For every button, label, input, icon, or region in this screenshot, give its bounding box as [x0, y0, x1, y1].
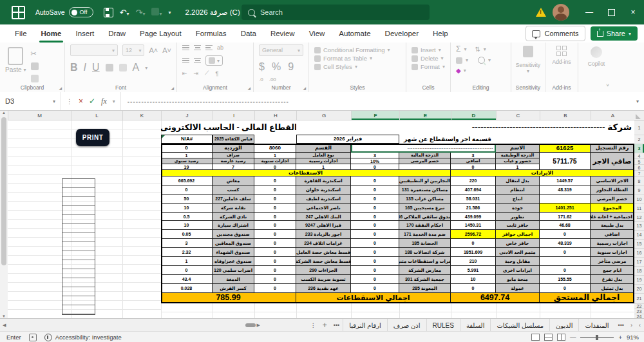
- addins-button[interactable]: Add-ins: [545, 46, 578, 65]
- cell-D10[interactable]: 58.031: [451, 195, 496, 204]
- name-box[interactable]: D3▾: [0, 92, 61, 110]
- cell-H6[interactable]: 0: [254, 164, 296, 170]
- ribbon-tab-file[interactable]: File: [8, 24, 34, 43]
- cell-I10[interactable]: سلف عاملين227: [213, 195, 254, 204]
- autosave-control[interactable]: AutoSave Off: [35, 7, 93, 17]
- cell-C5[interactable]: حضور و غياب: [496, 158, 540, 164]
- cell-E12[interactable]: صندوق سائقي الملاكي 166: [399, 213, 451, 222]
- copilot-button[interactable]: Copilot: [578, 46, 614, 67]
- fill-color-icon[interactable]: [119, 64, 127, 71]
- ribbon-tab-draw[interactable]: Draw: [101, 24, 133, 43]
- autosave-toggle[interactable]: Off: [69, 7, 93, 17]
- vertical-scroll-thumb[interactable]: [1, 117, 6, 265]
- cell-E9[interactable]: مساكن مستعمرة 131: [399, 185, 451, 195]
- print-button[interactable]: PRINT: [76, 129, 109, 146]
- row-header-3[interactable]: 3: [634, 144, 644, 153]
- column-header-I[interactable]: I: [213, 111, 254, 120]
- cell-H13[interactable]: 0: [254, 221, 296, 230]
- row-header-14[interactable]: 14: [634, 231, 644, 240]
- cell-A8[interactable]: الاجر الاساسي: [591, 176, 634, 185]
- format-painter-icon[interactable]: [31, 75, 39, 82]
- confirm-entry-button[interactable]: ✓: [89, 97, 95, 106]
- sheet-tab-الديون[interactable]: الديون: [549, 319, 578, 332]
- cell-H4[interactable]: 1: [254, 153, 296, 158]
- cell-B18[interactable]: 0: [540, 266, 591, 275]
- ribbon-tab-review[interactable]: Review: [263, 24, 302, 43]
- sort-filter-icon[interactable]: ⇅: [475, 46, 480, 53]
- row-header-6[interactable]: 6: [634, 165, 644, 171]
- cell-G15[interactable]: غرامات اتلاف 234: [296, 239, 351, 248]
- ribbon-tab-formulas[interactable]: Formulas: [189, 24, 234, 43]
- cell-D5[interactable]: اضافي: [451, 158, 496, 164]
- column-header-B[interactable]: B: [540, 111, 591, 120]
- share-button[interactable]: Share ▾: [591, 26, 638, 41]
- row-header-19[interactable]: 19: [634, 276, 644, 285]
- cell-I17[interactable]: صندوق عجز/وفاه: [213, 257, 254, 266]
- column-header-F[interactable]: F: [351, 111, 399, 120]
- cell-C15[interactable]: حافز خاص: [496, 239, 540, 248]
- cell-A17[interactable]: مرضي متأخر: [591, 257, 634, 266]
- minimize-button[interactable]: —: [578, 0, 600, 24]
- cell-H19[interactable]: 0: [254, 275, 296, 284]
- cell-D15[interactable]: 0: [451, 239, 496, 248]
- cell-G5[interactable]: اجازات رسمية: [296, 158, 351, 164]
- cell-J4[interactable]: 1: [161, 153, 213, 158]
- alignment-dialog-launcher[interactable]: ◢: [247, 86, 251, 90]
- cell-H15[interactable]: 0: [254, 239, 296, 248]
- column-header-M[interactable]: M: [8, 111, 71, 120]
- zoom-out-icon[interactable]: —: [570, 334, 576, 341]
- row-header-21[interactable]: 21: [634, 294, 644, 304]
- cell-E6[interactable]: [399, 164, 451, 170]
- cell-F2[interactable]: فبراير 2026: [296, 135, 399, 144]
- zoom-slider[interactable]: [580, 337, 614, 338]
- ribbon-tab-home[interactable]: Home: [34, 24, 69, 43]
- formula-bar-expand-chevron[interactable]: ▾: [631, 99, 644, 104]
- cell-D13[interactable]: 1450.31: [451, 221, 496, 230]
- cell-B14[interactable]: 0: [540, 230, 591, 239]
- cell-J20[interactable]: 0.028: [161, 284, 213, 293]
- scroll-up-icon[interactable]: ▲: [2, 111, 6, 115]
- cell-G17[interactable]: قسط معاش حصة الشركة: [296, 257, 351, 266]
- cell-F13[interactable]: 0: [351, 221, 399, 230]
- cell-D9[interactable]: 407.694: [451, 185, 496, 195]
- column-header-K[interactable]: K: [122, 111, 161, 120]
- tab-more-right[interactable]: •••: [615, 319, 627, 332]
- cell-A10[interactable]: خصم المرضي: [591, 195, 634, 204]
- save-icon[interactable]: [104, 8, 113, 17]
- row-header-1[interactable]: 1: [634, 121, 644, 135]
- cell-B11[interactable]: 1401.251: [540, 204, 591, 213]
- font-dialog-launcher[interactable]: ◢: [171, 86, 174, 90]
- cell-G6[interactable]: 1: [296, 164, 351, 170]
- cell-C13[interactable]: حافز ثابت: [496, 221, 540, 230]
- cell-D4[interactable]: 3: [451, 153, 496, 158]
- warning-icon[interactable]: [536, 8, 546, 17]
- row-header-17[interactable]: 17: [634, 258, 644, 267]
- cell-E20[interactable]: المعونة 285: [399, 284, 451, 293]
- cell-D12[interactable]: 439.099: [451, 213, 496, 222]
- cell-H5[interactable]: اجازات سنوية: [254, 158, 296, 164]
- paste-button[interactable]: Paste▾: [5, 44, 26, 73]
- cell-H18[interactable]: 0: [254, 266, 296, 275]
- cell-J16[interactable]: 2.32: [161, 248, 213, 257]
- cell-I2[interactable]: قياس الكفاءة 2025: [213, 135, 254, 144]
- cell-C4[interactable]: الدرجة الوظيفية: [496, 153, 540, 158]
- ribbon-collapse-chevron[interactable]: ˅: [606, 82, 609, 88]
- cell-C16[interactable]: متمم الحد الادني: [496, 248, 540, 257]
- row-header-13[interactable]: 13: [634, 222, 644, 231]
- cell-H21[interactable]: 785.99: [161, 293, 296, 303]
- cell-B19[interactable]: 155.55: [540, 275, 591, 284]
- cell-C9[interactable]: انتظام: [496, 185, 540, 195]
- row-header-18[interactable]: 18: [634, 267, 644, 276]
- cancel-entry-button[interactable]: ×: [79, 97, 83, 106]
- italic-button[interactable]: I: [84, 62, 86, 73]
- cell-A3[interactable]: رقم التسجيل: [591, 144, 634, 153]
- new-sheet-button[interactable]: +: [319, 319, 330, 332]
- tab-scroll-prev-icon[interactable]: ‹: [627, 319, 636, 332]
- cell-B17[interactable]: [540, 257, 591, 266]
- cell-D18[interactable]: 5.991: [451, 266, 496, 275]
- cell-E13[interactable]: احكام النفقة 170: [399, 221, 451, 230]
- row-header-20[interactable]: 20: [634, 285, 644, 294]
- increase-indent-icon[interactable]: ⇥: [194, 70, 199, 77]
- ribbon-tab-developer[interactable]: Developer: [378, 24, 426, 43]
- cell-G8[interactable]: اسكندرية القاهرة: [296, 176, 351, 185]
